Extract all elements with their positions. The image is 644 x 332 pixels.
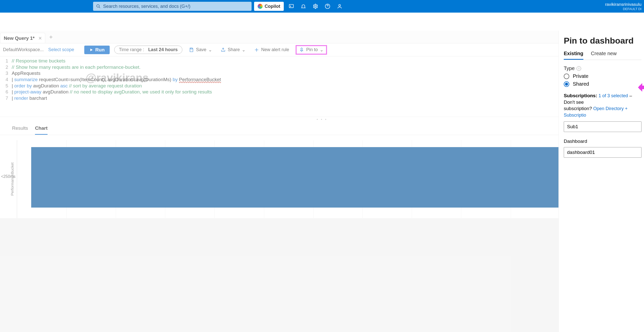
run-label: Run [95,47,105,53]
subscriptions-selected-link[interactable]: 1 of 3 selected [598,93,628,98]
kql-editor[interactable]: 1234567 // Response time buckets // Show… [0,56,644,117]
notifications-icon[interactable] [297,0,309,13]
top-bar-actions [285,0,346,13]
settings-gear-icon[interactable] [309,0,321,13]
panel-tab-existing[interactable]: Existing [564,51,583,60]
radio-icon [564,74,569,79]
radio-private-label: Private [573,73,588,79]
plus-icon [254,47,259,52]
azure-top-bar: Search resources, services, and docs (G+… [0,0,644,13]
time-range-value: Last 24 hours [148,47,178,52]
info-icon[interactable]: i [577,66,581,71]
chevron-down-icon: ⌄ [242,47,246,53]
close-tab-icon[interactable]: ✕ [38,36,42,41]
svg-point-0 [97,5,99,7]
share-button[interactable]: Share ⌄ [219,46,248,54]
svg-rect-2 [289,5,294,8]
user-name: ravikiransrinivasulu [605,2,641,7]
play-icon [89,48,93,52]
share-label: Share [228,47,240,52]
query-tab-bar: New Query 1* ✕ + new Log Analytic [0,31,644,43]
radio-icon [564,81,569,87]
pin-to-dashboard-panel: Pin to dashboard Existing Create new Typ… [558,31,644,332]
breadcrumb-area [0,13,644,31]
copilot-button[interactable]: Copilot [254,2,284,11]
bar-0 [31,147,634,208]
time-range-picker[interactable]: Time range : Last 24 hours [114,46,182,54]
radio-private[interactable]: Private [564,73,641,79]
query-toolbar: DefaultWorkspace... Select scope Run Tim… [0,43,644,56]
copilot-label: Copilot [265,4,280,9]
subscription-select[interactable] [564,121,641,132]
dashboard-label: Dashboard [564,139,641,144]
cloud-shell-icon[interactable] [285,0,297,13]
query-tab[interactable]: New Query 1* ✕ [0,33,45,43]
copilot-icon [258,4,263,9]
workspace-name: DefaultWorkspace... [3,47,44,52]
tab-chart[interactable]: Chart [35,125,48,135]
user-account-button[interactable]: ravikiransrinivasulu DEFAULT DI [605,1,644,11]
code-content: // Response time buckets // Show how man… [12,58,221,102]
chart-panel: PerformanceBucket <250ms [0,135,644,218]
radio-shared[interactable]: Shared [564,81,641,87]
svg-point-3 [315,6,316,7]
save-label: Save [196,47,206,52]
svg-line-1 [99,7,100,8]
dashboard-select[interactable] [564,147,641,158]
search-placeholder-text: Search resources, services, and docs (G+… [103,4,190,9]
panel-tab-create-new[interactable]: Create new [591,51,617,60]
svg-point-6 [339,5,340,6]
subscriptions-label: Subscriptions: [564,93,597,98]
chart-body: <250ms [17,140,634,218]
annotation-arrow [639,86,644,89]
help-icon[interactable] [321,0,334,13]
y-axis-label: PerformanceBucket [10,162,14,196]
line-gutter: 1234567 [0,58,12,102]
select-scope-link[interactable]: Select scope [48,47,74,52]
panel-title: Pin to dashboard [564,36,641,46]
type-label: Type [564,65,575,71]
radio-shared-label: Shared [573,81,589,87]
pin-to-button[interactable]: Pin to ⌄ [296,45,327,55]
time-range-label: Time range : [119,47,144,52]
new-alert-rule-button[interactable]: New alert rule [252,46,291,53]
save-button[interactable]: Save ⌄ [187,46,214,54]
global-search-input[interactable]: Search resources, services, and docs (G+… [93,2,252,11]
chevron-down-icon: ⌄ [208,47,212,53]
run-button[interactable]: Run [84,46,110,54]
search-icon [96,4,101,9]
add-tab-button[interactable]: + [45,34,57,43]
subscriptions-line2a: subscription? [564,106,593,111]
svg-rect-7 [191,48,192,49]
pin-to-label: Pin to [306,47,318,52]
new-alert-label: New alert rule [261,47,289,52]
chevron-down-icon: ⌄ [320,47,324,53]
splitter-handle[interactable]: • • • [0,117,644,122]
tab-results[interactable]: Results [12,125,28,135]
feedback-icon[interactable] [334,0,346,13]
save-icon [189,47,194,52]
results-tabs: Results Chart [0,122,644,135]
panel-tabs: Existing Create new [564,51,641,60]
pin-icon [299,47,304,52]
y-tick-0: <250ms [1,174,15,179]
share-icon [221,47,226,52]
user-tenant: DEFAULT DI [605,7,641,11]
query-tab-title: New Query 1* [4,36,35,41]
